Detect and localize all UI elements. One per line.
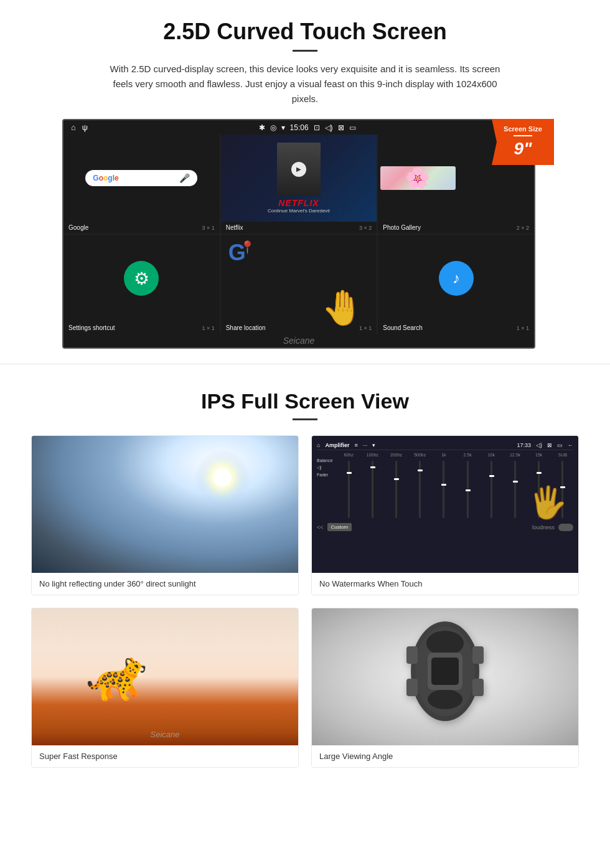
amp-vol-icon: ◁) [317, 465, 336, 470]
amp-win: ▭ [557, 442, 563, 448]
car-label: Large Viewing Angle [312, 745, 578, 767]
amp-vol: ◁) [536, 442, 542, 448]
sound-grid-size: 1 × 1 [517, 325, 529, 331]
amp-loudness-toggle[interactable] [558, 524, 573, 531]
amp-freq-2k5: 2.5k [457, 453, 478, 457]
screen-size-badge: Screen Size 9" [492, 119, 554, 165]
eq-bar-3[interactable] [385, 461, 407, 518]
google-map-icon: 📍 [240, 240, 255, 255]
amplifier-background: ⌂ Amplifier ≡ ··· ▾ 17:33 ◁) ⊠ ▭ ← 60hz [312, 436, 578, 573]
google-thumbnail: Google 🎤 [63, 134, 220, 222]
home-icon[interactable]: ⌂ [71, 123, 76, 132]
amp-wifi: ▾ [372, 442, 375, 448]
app-cell-sound[interactable]: ♪ Sound Search 1 × 1 [378, 235, 534, 334]
settings-thumbnail: ⚙ [63, 235, 220, 322]
title-divider [293, 50, 317, 52]
netflix-app-label: Netflix 3 × 2 [221, 222, 377, 234]
netflix-label-text: Netflix [226, 224, 243, 231]
netflix-logo-text: NETFLIX [268, 198, 330, 208]
netflix-subtitle-text: Continue Marvel's Daredevil [268, 208, 330, 214]
share-label-text: Share location [226, 324, 266, 331]
amp-eq-icon: ≡ [354, 442, 357, 448]
sound-thumbnail: ♪ [378, 235, 534, 322]
amp-freq-labels: 60hz 100hz 200hz 500hz 1k 2.5k 10k 12.5k… [317, 453, 573, 457]
play-button[interactable]: ▶ [291, 162, 306, 177]
status-left: ⌂ ψ [71, 123, 88, 132]
feature-sunlight: No light reflecting under 360° direct su… [31, 435, 299, 595]
status-bar: ⌂ ψ ✱ ◎ ▾ 15:06 ⊡ ◁) ⊠ ▭ [63, 120, 534, 134]
google-app-label: Google 3 × 1 [63, 222, 220, 234]
amp-freq-500: 500hz [410, 453, 431, 457]
amp-side-labels: Balance ◁) Fader [317, 458, 336, 521]
section1-title: 2.5D Curved Touch Screen [37, 19, 573, 45]
netflix-brand: NETFLIX Continue Marvel's Daredevil [268, 198, 330, 214]
gallery-app-label: Photo Gallery 2 × 2 [378, 222, 534, 234]
watermark-label: No Watermarks When Touch [312, 573, 578, 595]
hand-touch-icon: 🤚 [321, 288, 364, 328]
google-mic-icon[interactable]: 🎤 [179, 173, 190, 183]
amp-balance-label: Balance [317, 458, 336, 463]
netflix-overlay: ▶ NETFLIX Continue Marvel's Daredevil [221, 134, 377, 222]
feature-grid: No light reflecting under 360° direct su… [31, 435, 579, 768]
gallery-stack [457, 177, 532, 179]
section1-description: With 2.5D curved-display screen, this de… [103, 62, 507, 106]
car-image [312, 608, 578, 745]
amp-freq-1k: 1k [433, 453, 454, 457]
app-cell-google[interactable]: Google 🎤 Google 3 × 1 [63, 134, 220, 234]
svg-rect-9 [472, 646, 484, 664]
eq-bar-4[interactable] [409, 461, 431, 518]
amp-time: 17:33 [517, 442, 531, 448]
amp-bottom-bar: << Custom loudness [317, 523, 573, 531]
app-cell-netflix[interactable]: ▶ NETFLIX Continue Marvel's Daredevil Ne… [221, 134, 377, 234]
google-search-bar[interactable]: Google 🎤 [85, 170, 197, 186]
amp-back: ← [568, 442, 573, 448]
sound-icon: ♪ [439, 261, 474, 296]
eq-bar-7[interactable] [481, 461, 502, 518]
eq-bar-8[interactable] [504, 461, 526, 518]
volume-icon: ◁) [325, 123, 333, 132]
eq-bar-1[interactable] [338, 461, 360, 518]
gallery-grid-size: 2 × 2 [517, 225, 529, 231]
sunlight-label: No light reflecting under 360° direct su… [32, 573, 298, 595]
time-display: 15:06 [290, 123, 309, 132]
gallery-main-photo: 🌸 [380, 166, 455, 190]
app-cell-share[interactable]: G 📍 🤚 Share location 1 × 1 [221, 235, 377, 334]
sound-app-label: Sound Search 1 × 1 [378, 322, 534, 334]
amplifier-image: ⌂ Amplifier ≡ ··· ▾ 17:33 ◁) ⊠ ▭ ← 60hz [312, 436, 578, 573]
amp-freq-60: 60hz [338, 453, 359, 457]
app-cell-settings[interactable]: ⚙ Settings shortcut 1 × 1 [63, 235, 220, 334]
amp-freq-100: 100hz [362, 453, 383, 457]
eq-bar-5[interactable] [433, 461, 454, 518]
svg-rect-7 [431, 658, 459, 685]
car-background [312, 608, 578, 745]
camera-icon: ⊡ [314, 123, 320, 132]
badge-divider [514, 135, 532, 136]
sun-glow [194, 450, 250, 506]
amp-controls-row: Balance ◁) Fader [317, 458, 573, 521]
svg-point-5 [428, 689, 462, 709]
flower-icon: 🌸 [405, 166, 430, 190]
eq-bar-2[interactable] [362, 461, 383, 518]
section-ips: IPS Full Screen View No light reflecting… [0, 364, 610, 780]
feature-watermark: ⌂ Amplifier ≡ ··· ▾ 17:33 ◁) ⊠ ▭ ← 60hz [311, 435, 579, 595]
amp-hand-icon: 🖐 [528, 484, 567, 521]
settings-grid-size: 1 × 1 [202, 325, 214, 331]
badge-number: 9" [497, 139, 549, 159]
sound-label-text: Sound Search [383, 324, 422, 331]
cheetah-image: 🐆 Seicane [32, 608, 298, 745]
amp-freq-10k: 10k [481, 453, 502, 457]
feature-cheetah: 🐆 Seicane Super Fast Response [31, 608, 299, 768]
eq-bars: 🖐 [338, 458, 573, 521]
wifi-icon: ▾ [281, 123, 285, 132]
amp-freq-sub: SUB [552, 453, 573, 457]
eq-bar-6[interactable] [456, 461, 478, 518]
google-label-text: Google [68, 224, 88, 231]
status-center: ✱ ◎ ▾ 15:06 ⊡ ◁) ⊠ ▭ [259, 123, 356, 132]
amp-fader-label: Fader [317, 473, 336, 477]
amp-custom-button[interactable]: Custom [327, 523, 352, 531]
svg-rect-10 [406, 679, 418, 696]
amp-nav-back[interactable]: << [317, 524, 324, 531]
title-divider-2 [293, 418, 317, 420]
seicane-watermark-cheetah: Seicane [151, 730, 180, 739]
netflix-figure: ▶ [277, 143, 321, 196]
